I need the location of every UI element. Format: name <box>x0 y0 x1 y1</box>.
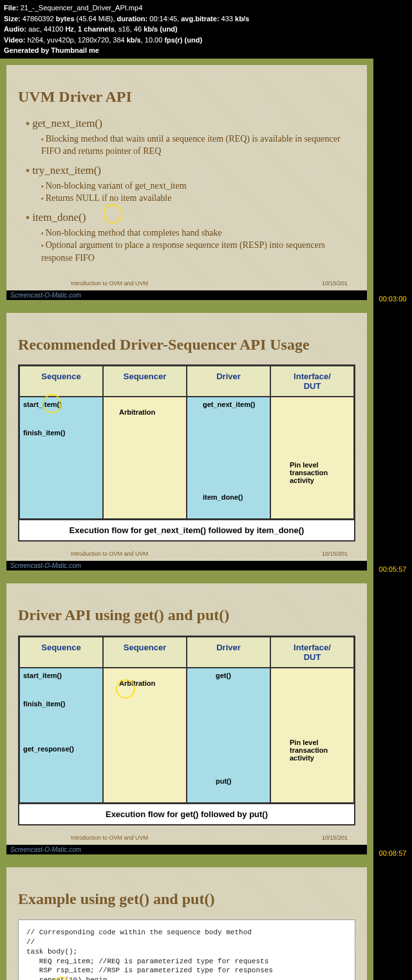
slide-date: 10/15/201 <box>322 551 348 557</box>
und2: (und) <box>185 36 202 44</box>
kbs: kb/s <box>235 15 249 23</box>
label-finish-item: finish_item() <box>23 700 65 708</box>
diagram-col-sequencer: Sequencer <box>103 366 187 397</box>
diagram-caption: Execution flow for get_next_item() follo… <box>19 519 354 540</box>
audio-s16: s16 <box>118 25 130 33</box>
label-put: put() <box>216 777 231 785</box>
video-res: 1280x720 <box>78 36 109 44</box>
video-label: Video: <box>4 36 25 44</box>
diagram-col-sequence: Sequence <box>19 637 103 668</box>
slide-2: www.verificationexcellence.in Verificati… <box>0 306 373 577</box>
size-label: Size: <box>4 15 21 23</box>
hz: Hz <box>65 25 73 33</box>
label-get-response: get_response() <box>23 745 74 753</box>
duration-label: duration: <box>117 15 148 23</box>
slide-2-title: Recommended Driver-Sequencer API Usage <box>18 336 355 353</box>
audio-bitrate: 46 <box>134 25 142 33</box>
video-fps: 10.00 <box>145 36 163 44</box>
slide-3-title: Driver API using get() and put() <box>18 607 355 624</box>
slide-date: 10/15/201 <box>322 280 348 287</box>
label-finish-item: finish_item() <box>23 429 65 437</box>
sub-bullet: Non-blocking variant of get_next_item <box>41 180 355 193</box>
cursor-highlight-icon <box>116 679 135 699</box>
diagram-caption: Execution flow for get() followed by put… <box>19 803 354 824</box>
diagram-col-interface: Interface/ DUT <box>270 637 354 668</box>
file-label: File: <box>4 4 19 12</box>
generated-by: Generated by Thumbnail me <box>4 46 99 54</box>
und: (und) <box>160 25 177 33</box>
cursor-highlight-icon <box>42 394 62 413</box>
audio-channels: 1 channels <box>78 25 115 33</box>
video-pix: yuv420p <box>47 36 74 44</box>
size-mib: (45.64 MiB) <box>77 15 113 23</box>
slide-footer: Introduction to OVM and UVM <box>71 280 148 287</box>
slide-4-title: Example using get() and put() <box>18 890 355 908</box>
kbs2: kb/s <box>144 25 158 33</box>
slide-1: www.verificationexcellence.in Verificati… <box>0 59 373 306</box>
screencast-watermark: Screencast-O-Matic.com <box>6 845 85 854</box>
timestamp-2: 00:05:57 <box>373 306 412 577</box>
diagram-col-sequencer: Sequencer <box>103 637 187 668</box>
audio-codec: aac <box>28 25 40 33</box>
slide-1-title: UVM Driver API <box>18 88 355 106</box>
video-metadata-header: File: 21_-_Sequencer_and_Driver_API.mp4 … <box>0 0 412 59</box>
slide-3: www.verificationexcellence.in Verificati… <box>0 577 373 861</box>
timestamp-3: 00:08:57 <box>373 577 412 861</box>
timestamp-4: 00:11:49 <box>373 861 412 980</box>
slide-footer: Introduction to OVM and UVM <box>71 834 148 841</box>
diagram-col-driver: Driver <box>187 637 270 668</box>
sequence-diagram: Sequence Sequencer Driver Interface/ DUT… <box>18 364 355 542</box>
video-bitrate: 384 <box>113 36 124 44</box>
label-item-done: item_done() <box>203 493 243 501</box>
label-pin-activity: Pin level transaction activity <box>290 461 328 484</box>
diagram-col-driver: Driver <box>187 366 270 397</box>
cursor-highlight-icon <box>103 204 122 223</box>
bullet-get-next-item: get_next_item() <box>26 117 355 130</box>
code-example: // Corresponding code within the sequenc… <box>18 919 355 980</box>
sequence-diagram: Sequence Sequencer Driver Interface/ DUT… <box>18 636 355 825</box>
kbs3: kb/s <box>127 36 141 44</box>
sub-bullet: Blocking method that waits until a seque… <box>41 133 355 158</box>
slide-date: 10/15/201 <box>322 834 348 841</box>
label-start-item: start_item() <box>23 672 62 679</box>
slide-4: www.verificationexcellence.in Verificati… <box>0 861 373 980</box>
screencast-watermark: Screencast-O-Matic.com <box>6 561 85 570</box>
bytes-word: bytes <box>56 15 75 23</box>
size-bytes: 47860392 <box>23 15 54 23</box>
sub-bullet: Optional argument to place a response se… <box>41 239 355 264</box>
diagram-col-interface: Interface/ DUT <box>270 366 354 397</box>
sub-bullet: Non-blocking method that completes hand … <box>41 227 355 240</box>
bitrate: 433 <box>221 15 233 23</box>
file-name: 21_-_Sequencer_and_Driver_API.mp4 <box>21 4 143 12</box>
bullet-try-next-item: try_next_item() <box>26 164 355 177</box>
audio-label: Audio: <box>4 25 26 33</box>
timestamp-1: 00:03:00 <box>373 59 412 306</box>
label-get: get() <box>216 672 231 679</box>
label-arbitration: Arbitration <box>119 408 155 416</box>
sub-bullet: Returns NULL if no item available <box>41 192 355 205</box>
diagram-col-sequence: Sequence <box>19 366 103 397</box>
audio-rate: 44100 <box>44 25 64 33</box>
bullet-item-done: item_done() <box>26 211 355 224</box>
screencast-watermark: Screencast-O-Matic.com <box>6 290 85 300</box>
slide-1-bullets: get_next_item() Blocking method that wai… <box>18 117 355 265</box>
label-get-next-item: get_next_item() <box>203 400 255 408</box>
fps-label: fps(r) <box>164 36 182 44</box>
duration: 00:14:45 <box>149 15 177 23</box>
bitrate-label: avg.bitrate: <box>181 15 219 23</box>
slide-footer: Introduction to OVM and UVM <box>71 551 148 557</box>
video-codec: h264 <box>27 36 42 44</box>
label-pin-activity: Pin level transaction activity <box>290 739 328 762</box>
